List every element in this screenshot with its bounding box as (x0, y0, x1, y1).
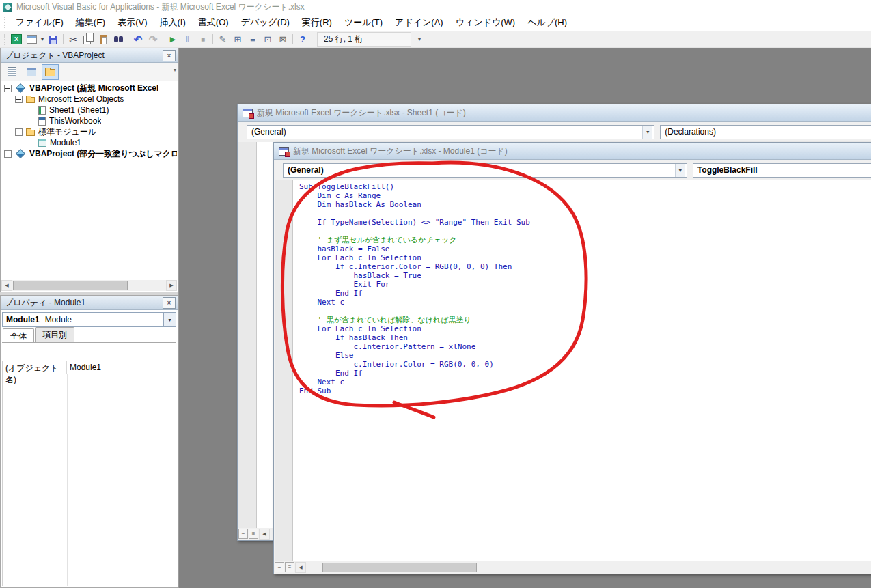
code-line[interactable]: hasBlack = False (299, 244, 530, 253)
menu-item[interactable]: 表示(V) (111, 14, 153, 31)
project-explorer-button[interactable]: ⊞ (230, 33, 245, 46)
menu-item[interactable]: ウィンドウ(W) (450, 14, 521, 31)
code-line[interactable]: c.Interior.Pattern = xlNone (299, 342, 530, 351)
menu-item[interactable]: アドイン(A) (389, 14, 450, 31)
code-line[interactable]: If c.Interior.Color = RGB(0, 0, 0) Then (299, 262, 530, 271)
properties-panel-close-icon[interactable] (163, 297, 176, 309)
scroll-right-icon[interactable]: ▶ (166, 280, 177, 291)
insert-dropdown-caret[interactable]: ▾ (39, 33, 46, 46)
run-button[interactable]: ▶ (165, 33, 180, 46)
properties-tab[interactable]: 項目別 (35, 327, 74, 342)
code-line[interactable] (299, 307, 530, 316)
paste-button[interactable] (96, 33, 111, 46)
module1-code-area[interactable]: Sub ToggleBlackFill() Dim c As Range Dim… (275, 180, 871, 561)
margin-indicator-bar[interactable] (275, 180, 293, 561)
object-dropdown[interactable]: (General) (247, 125, 654, 139)
toolbar-overflow-button[interactable]: ▾ (414, 33, 425, 46)
object-browser-button[interactable]: ⊡ (260, 33, 275, 46)
code-line[interactable] (299, 209, 530, 218)
code-line[interactable]: End If (299, 289, 530, 298)
procedure-view-button[interactable]: − (275, 562, 284, 572)
code-editor-text[interactable]: Sub ToggleBlackFill() Dim c As Range Dim… (299, 182, 530, 395)
full-module-view-button[interactable]: ≡ (285, 562, 294, 572)
scrollbar-thumb[interactable] (13, 281, 128, 290)
tree-item[interactable]: VBAProject (部分一致塗りつぶしマクロ (1, 148, 177, 159)
tree-expander-icon[interactable] (4, 85, 12, 92)
separator-3[interactable] (161, 33, 165, 46)
code-line[interactable]: For Each c In Selection (299, 253, 530, 262)
tree-item[interactable]: ThisWorkbook (1, 115, 177, 126)
insert-userform-button[interactable] (24, 33, 39, 46)
sheet1-window-titlebar[interactable]: 新規 Microsoft Excel ワークシート.xlsx - Sheet1 … (238, 104, 871, 122)
property-row[interactable]: (オブジェクト名) Module1 (3, 361, 176, 374)
project-horizontal-scrollbar[interactable]: ◀ ▶ (1, 280, 177, 291)
code-line[interactable]: Sub ToggleBlackFill() (299, 182, 530, 191)
view-code-button[interactable] (3, 64, 20, 80)
menu-item[interactable]: デバッグ(D) (235, 14, 296, 31)
code-line[interactable]: hasBlack = True (299, 271, 530, 280)
scroll-left-icon[interactable]: ◀ (1, 280, 12, 291)
design-mode-button[interactable]: ✎ (215, 33, 230, 46)
tree-expander-icon[interactable] (15, 128, 23, 136)
procedure-dropdown[interactable]: ToggleBlackFill (693, 163, 871, 178)
view-object-button[interactable] (23, 64, 40, 80)
module1-horizontal-scrollbar[interactable]: ◀ (295, 562, 871, 573)
separator-4[interactable] (210, 33, 215, 46)
code-line[interactable]: Exit For (299, 280, 530, 289)
code-line[interactable]: If TypeName(Selection) <> "Range" Then E… (299, 218, 530, 227)
project-toolbar-overflow-icon[interactable]: ▾ (174, 67, 176, 73)
properties-tab[interactable]: 全体 (3, 328, 34, 342)
undo-button[interactable]: ↶ (130, 33, 146, 46)
app-titlebar[interactable]: Microsoft Visual Basic for Applications … (0, 0, 871, 14)
code-window-module1[interactable]: 新規 Microsoft Excel ワークシート.xlsx - Module1… (273, 142, 871, 574)
code-line[interactable]: End If (299, 369, 530, 378)
menu-item[interactable]: ファイル(F) (10, 14, 70, 31)
menu-item[interactable]: 書式(O) (192, 14, 235, 31)
module1-window-titlebar[interactable]: 新規 Microsoft Excel ワークシート.xlsx - Module1… (274, 143, 871, 160)
save-button[interactable] (46, 33, 61, 46)
code-line[interactable]: ' まず黒セルが含まれているかチェック (299, 236, 530, 244)
toolbox-button[interactable]: ⊠ (275, 33, 290, 46)
tree-item[interactable]: Module1 (1, 137, 177, 148)
menu-item[interactable]: 挿入(I) (154, 14, 192, 31)
tree-expander-icon[interactable] (15, 96, 23, 103)
code-line[interactable]: Dim c As Range (299, 191, 530, 200)
project-panel-titlebar[interactable]: プロジェクト - VBAProject (1, 48, 178, 63)
code-line[interactable]: For Each c In Selection (299, 324, 530, 333)
view-excel-button[interactable]: X (9, 33, 24, 46)
code-line[interactable]: Next c (299, 378, 530, 387)
code-line[interactable] (299, 227, 530, 236)
scroll-left-icon[interactable]: ◀ (295, 562, 306, 573)
copy-button[interactable] (81, 33, 96, 46)
code-line[interactable]: End Sub (299, 387, 530, 395)
code-line[interactable]: c.Interior.Color = RGB(0, 0, 0) (299, 360, 530, 369)
full-module-view-button[interactable]: ≡ (249, 529, 258, 539)
properties-window-button[interactable]: ≡ (245, 33, 260, 46)
cut-button[interactable]: ✂ (66, 33, 81, 46)
procedure-view-button[interactable]: − (238, 529, 248, 539)
code-line[interactable]: Else (299, 351, 530, 360)
margin-indicator-bar[interactable] (238, 142, 257, 528)
separator-1[interactable] (61, 33, 66, 46)
project-panel-close-icon[interactable] (163, 50, 176, 61)
menu-item[interactable]: ヘルプ(H) (521, 14, 573, 31)
find-button[interactable] (111, 33, 126, 46)
scrollbar-thumb[interactable] (322, 563, 477, 572)
tree-item[interactable]: Sheet1 (Sheet1) (1, 104, 177, 115)
property-value-cell[interactable]: Module1 (67, 361, 176, 374)
separator-2[interactable] (126, 33, 130, 46)
menu-item[interactable]: 編集(E) (70, 14, 111, 31)
tree-item[interactable]: Microsoft Excel Objects (1, 94, 177, 104)
reset-button[interactable]: ■ (195, 33, 210, 46)
tree-item[interactable]: VBAProject (新規 Microsoft Excel (1, 83, 177, 94)
menu-item[interactable]: 実行(R) (296, 14, 338, 31)
properties-object-dropdown[interactable]: Module1 Module ▾ (2, 312, 176, 327)
procedure-dropdown[interactable]: (Declarations) (660, 125, 871, 139)
tree-item[interactable]: 標準モジュール (1, 126, 177, 137)
redo-button[interactable]: ↷ (146, 33, 161, 46)
properties-panel-titlebar[interactable]: プロパティ - Module1 (1, 296, 178, 310)
help-button[interactable]: ? (295, 33, 310, 46)
menu-item[interactable]: ツール(T) (338, 14, 389, 31)
chevron-down-icon[interactable]: ▾ (163, 313, 176, 326)
break-button[interactable]: ‖ (180, 33, 195, 46)
